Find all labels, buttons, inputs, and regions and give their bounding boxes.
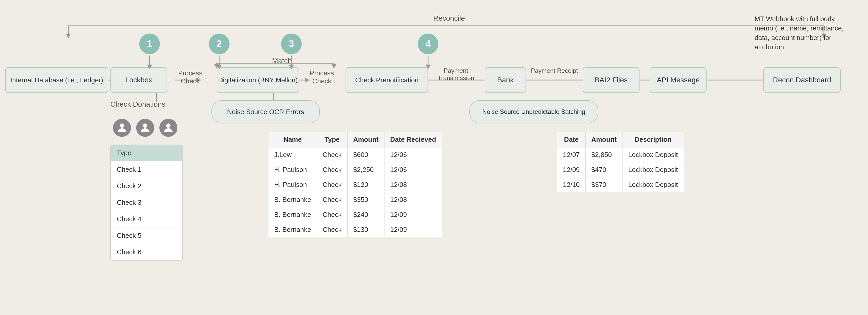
dropdown-item-type[interactable]: Type <box>111 145 182 161</box>
table-row: B. Bernanke Check $350 12/08 <box>269 192 442 207</box>
col-type: Type <box>317 132 348 147</box>
lockbox-node: Lockbox <box>111 67 167 93</box>
table-row: 12/07 $2,850 Lockbox Deposit <box>557 147 684 163</box>
table-row: 12/10 $370 Lockbox Deposit <box>557 177 684 192</box>
table-row: H. Paulson Check $2,250 12/06 <box>269 163 442 177</box>
check-prenotification-node: Check Prenotification <box>346 67 428 93</box>
noise-ocr-box: Noise Source OCR Errors <box>212 100 320 123</box>
svg-point-36 <box>120 123 124 128</box>
col-date: Date <box>557 132 586 147</box>
recon-dashboard-node: Recon Dashboard <box>763 67 841 93</box>
col-name: Name <box>269 132 317 147</box>
internal-database-node: Internal Database (i.e., Ledger) <box>5 67 108 93</box>
svg-point-38 <box>166 123 171 128</box>
dropdown-item-check6[interactable]: Check 6 <box>111 244 182 260</box>
bank-node: Bank <box>485 67 526 93</box>
circle-1: 1 <box>139 34 160 54</box>
noise-batching-box: Noise Source Unpredictable Batching <box>469 100 598 123</box>
circle-3: 3 <box>281 34 302 54</box>
table-row: H. Paulson Check $120 12/08 <box>269 177 442 192</box>
diagram-container: Reconcile Match MT Webhook with full bod… <box>0 0 868 315</box>
table-row: 12/09 $470 Lockbox Deposit <box>557 163 684 177</box>
dropdown-menu[interactable]: Type Check 1 Check 2 Check 3 Check 4 Che… <box>111 145 183 260</box>
dropdown-item-check3[interactable]: Check 3 <box>111 194 182 211</box>
dropdown-item-check1[interactable]: Check 1 <box>111 161 182 178</box>
payment-transmission-label: Payment Transmission <box>430 67 482 82</box>
mt-webhook-note: MT Webhook with full body memo (i.e., na… <box>754 14 852 52</box>
match-label: Match <box>272 57 292 65</box>
reconcile-label: Reconcile <box>433 14 465 23</box>
left-data-table: Name Type Amount Date Recieved J.Lew Che… <box>268 132 442 237</box>
dropdown-item-check4[interactable]: Check 4 <box>111 211 182 227</box>
table-row: B. Bernanke Check $240 12/09 <box>269 207 442 222</box>
col-amount: Amount <box>586 132 622 147</box>
process-check-2-label: Process Check <box>301 69 342 85</box>
col-amount: Amount <box>347 132 384 147</box>
dropdown-item-check2[interactable]: Check 2 <box>111 178 182 194</box>
process-check-1-label: Process Check <box>170 69 211 85</box>
svg-marker-21 <box>331 64 337 68</box>
right-data-table: Date Amount Description 12/07 $2,850 Loc… <box>557 132 684 192</box>
circle-2: 2 <box>209 34 229 54</box>
svg-marker-3 <box>66 34 71 38</box>
payment-receipt-label: Payment Receipt <box>529 67 580 74</box>
check-donations-label: Check Donations <box>111 100 165 109</box>
dropdown-item-check5[interactable]: Check 5 <box>111 227 182 244</box>
col-date: Date Recieved <box>384 132 442 147</box>
circle-4: 4 <box>418 34 438 54</box>
avatar-3 <box>159 119 178 137</box>
svg-point-37 <box>143 123 148 128</box>
col-description: Description <box>622 132 684 147</box>
avatar-2 <box>136 119 154 137</box>
table-row: J.Lew Check $600 12/06 <box>269 147 442 163</box>
api-message-node: API Message <box>650 67 707 93</box>
digitalization-node: Digitalization (BNY Mellon) <box>217 67 299 93</box>
avatar-1 <box>113 119 131 137</box>
bai2-files-node: BAI2 Files <box>583 67 640 93</box>
table-row: B. Bernanke Check $130 12/09 <box>269 222 442 237</box>
